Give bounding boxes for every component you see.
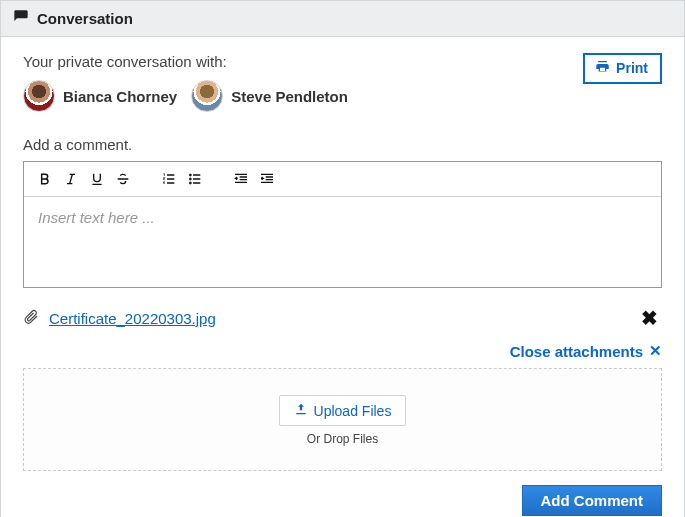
toolbar-group-indent — [230, 168, 278, 190]
editor-textarea[interactable]: Insert text here ... — [24, 197, 661, 287]
svg-point-1 — [189, 178, 191, 180]
strikethrough-button[interactable] — [112, 168, 134, 190]
close-icon: ✕ — [649, 342, 662, 360]
bold-button[interactable] — [34, 168, 56, 190]
avatar — [23, 80, 55, 112]
close-attachments-label: Close attachments — [510, 343, 643, 360]
footer-actions: Add Comment — [23, 485, 662, 516]
paperclip-icon — [23, 309, 39, 328]
attachment-row: Certificate_20220303.jpg ✖ — [23, 306, 662, 330]
participant-name: Steve Pendleton — [231, 88, 348, 105]
upload-label: Upload Files — [314, 403, 392, 419]
panel-header: Conversation — [1, 1, 684, 37]
indent-button[interactable] — [256, 168, 278, 190]
participant: Steve Pendleton — [191, 80, 348, 112]
italic-button[interactable] — [60, 168, 82, 190]
print-button[interactable]: Print — [583, 53, 662, 84]
conversation-panel: Conversation Your private conversation w… — [0, 0, 685, 517]
add-comment-button[interactable]: Add Comment — [522, 485, 663, 516]
rich-text-editor: Insert text here ... — [23, 161, 662, 288]
conversation-intro-block: Your private conversation with: Bianca C… — [23, 53, 348, 136]
upload-files-button[interactable]: Upload Files — [279, 395, 407, 426]
close-attachments-row: Close attachments ✕ — [23, 342, 662, 360]
panel-body: Your private conversation with: Bianca C… — [1, 37, 684, 517]
toolbar-group-text — [34, 168, 134, 190]
attachment-left: Certificate_20220303.jpg — [23, 309, 216, 328]
attachment-filename-link[interactable]: Certificate_20220303.jpg — [49, 310, 216, 327]
underline-button[interactable] — [86, 168, 108, 190]
panel-title: Conversation — [37, 10, 133, 27]
svg-point-0 — [189, 174, 191, 176]
print-label: Print — [616, 60, 648, 76]
editor-toolbar — [24, 162, 661, 197]
participant-name: Bianca Chorney — [63, 88, 177, 105]
avatar — [191, 80, 223, 112]
top-row: Your private conversation with: Bianca C… — [23, 53, 662, 136]
upload-icon — [294, 402, 308, 419]
participant: Bianca Chorney — [23, 80, 177, 112]
speech-bubble-icon — [13, 9, 29, 28]
file-dropzone[interactable]: Upload Files Or Drop Files — [23, 368, 662, 471]
svg-point-2 — [189, 182, 191, 184]
toolbar-group-list — [158, 168, 206, 190]
participants: Bianca Chorney Steve Pendleton — [23, 80, 348, 112]
close-attachments-button[interactable]: Close attachments ✕ — [510, 342, 662, 360]
drop-hint: Or Drop Files — [34, 432, 651, 446]
conversation-intro: Your private conversation with: — [23, 53, 348, 70]
unordered-list-button[interactable] — [184, 168, 206, 190]
add-comment-label: Add a comment. — [23, 136, 662, 153]
print-icon — [595, 59, 610, 77]
remove-attachment-button[interactable]: ✖ — [637, 306, 662, 330]
outdent-button[interactable] — [230, 168, 252, 190]
ordered-list-button[interactable] — [158, 168, 180, 190]
